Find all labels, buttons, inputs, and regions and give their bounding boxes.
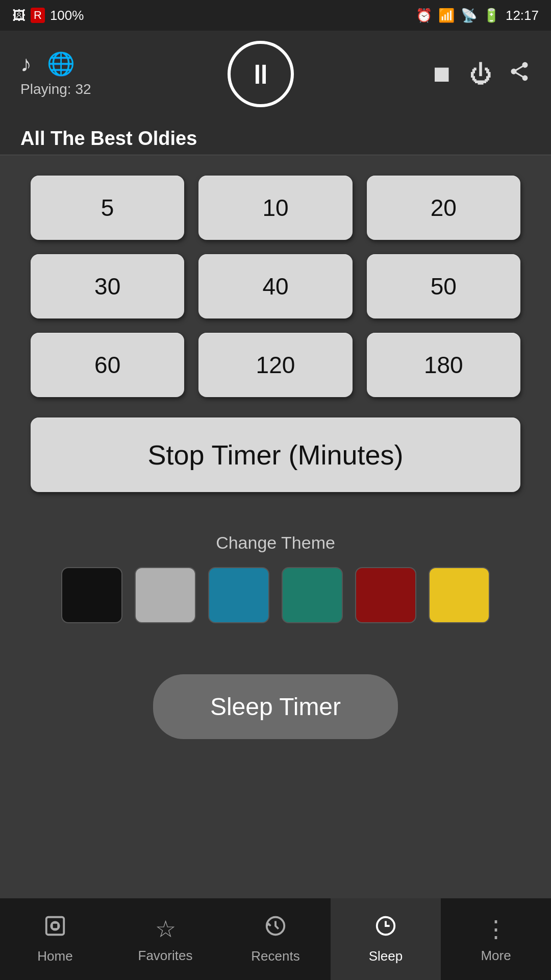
more-icon: ⋮ [484, 915, 508, 943]
nav-item-favorites[interactable]: ☆ Favorites [110, 898, 220, 980]
signal-icon: 📡 [461, 8, 477, 23]
home-icon [43, 914, 67, 943]
timer-btn-10[interactable]: 10 [198, 176, 352, 240]
timer-btn-40[interactable]: 40 [198, 254, 352, 318]
home-label: Home [37, 948, 72, 964]
station-name: All The Best Oldies [0, 117, 551, 155]
theme-teal[interactable] [282, 567, 343, 623]
theme-blue[interactable] [208, 567, 269, 623]
battery-icon: 🔋 [483, 8, 499, 23]
music-note-icon[interactable]: ♪ [20, 51, 32, 77]
status-bar: 🖼 R 100% ⏰ 📶 📡 🔋 12:17 [0, 0, 551, 31]
nav-item-recents[interactable]: Recents [220, 898, 331, 980]
nav-item-sleep[interactable]: Sleep [331, 898, 441, 980]
timer-btn-120[interactable]: 120 [198, 333, 352, 397]
theme-section: Change Theme [0, 533, 551, 623]
top-right-section: ⏹ ⏻ [431, 60, 531, 88]
top-controls: ♪ 🌐 Playing: 32 ⏸ ⏹ ⏻ [0, 31, 551, 117]
timer-grid: 5 10 20 30 40 50 60 120 180 [31, 176, 520, 397]
svg-rect-0 [46, 917, 64, 935]
timer-section: 5 10 20 30 40 50 60 120 180 Stop Timer (… [0, 155, 551, 533]
theme-black[interactable] [61, 567, 122, 623]
sleep-icon [374, 914, 397, 943]
favorites-icon: ☆ [155, 915, 176, 943]
playing-text: Playing: 32 [20, 81, 91, 97]
sleep-timer-button[interactable]: Sleep Timer [153, 674, 398, 739]
sleep-timer-container: Sleep Timer [0, 674, 551, 739]
time-display: 12:17 [506, 8, 539, 23]
radio-icon-small: R [31, 8, 45, 23]
recents-icon [264, 914, 287, 943]
app-icon-small: 🖼 [12, 8, 26, 23]
alarm-icon: ⏰ [416, 8, 432, 23]
battery-percent: 100% [50, 8, 84, 23]
status-bar-right: ⏰ 📶 📡 🔋 12:17 [416, 8, 539, 23]
stop-timer-label: Stop Timer (Minutes) [147, 439, 403, 470]
timer-btn-5[interactable]: 5 [31, 176, 184, 240]
svg-rect-2 [52, 923, 58, 929]
nav-item-more[interactable]: ⋮ More [441, 898, 551, 980]
favorites-label: Favorites [138, 948, 193, 964]
top-left-section: ♪ 🌐 Playing: 32 [20, 51, 91, 97]
timer-btn-20[interactable]: 20 [367, 176, 520, 240]
more-label: More [481, 948, 511, 964]
timer-btn-50[interactable]: 50 [367, 254, 520, 318]
theme-label: Change Theme [31, 533, 520, 553]
timer-btn-180[interactable]: 180 [367, 333, 520, 397]
pause-button[interactable]: ⏸ [228, 41, 294, 107]
stop-timer-button[interactable]: Stop Timer (Minutes) [31, 418, 520, 492]
theme-colors [31, 567, 520, 623]
stop-button[interactable]: ⏹ [431, 61, 453, 87]
share-button[interactable] [508, 60, 531, 88]
power-button[interactable]: ⏻ [469, 61, 492, 87]
globe-icon[interactable]: 🌐 [47, 51, 75, 77]
sleep-timer-label: Sleep Timer [210, 693, 341, 720]
wifi-icon: 📶 [438, 8, 455, 23]
sleep-label: Sleep [369, 948, 403, 964]
timer-btn-30[interactable]: 30 [31, 254, 184, 318]
pause-icon: ⏸ [247, 58, 274, 90]
top-left-icons: ♪ 🌐 [20, 51, 75, 77]
status-bar-left: 🖼 R 100% [12, 8, 84, 23]
theme-red[interactable] [355, 567, 416, 623]
bottom-nav: Home ☆ Favorites Recents Sleep ⋮ More [0, 898, 551, 980]
timer-btn-60[interactable]: 60 [31, 333, 184, 397]
theme-silver[interactable] [135, 567, 196, 623]
nav-item-home[interactable]: Home [0, 898, 110, 980]
recents-label: Recents [251, 948, 299, 964]
theme-yellow[interactable] [429, 567, 490, 623]
